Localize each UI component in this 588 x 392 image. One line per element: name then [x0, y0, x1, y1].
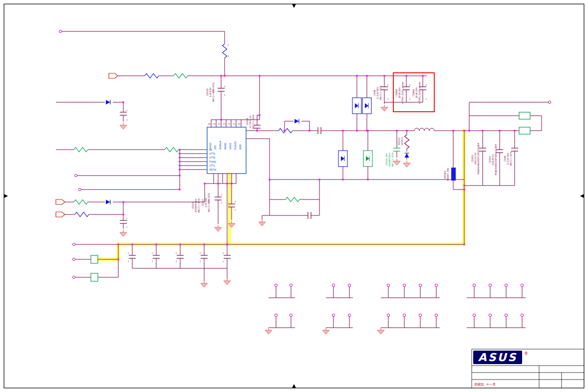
label-c8315-spec: MLCC+-10%	[198, 198, 200, 212]
pin-number: 1	[235, 208, 236, 211]
ic-pin-name: REFIN	[209, 169, 217, 171]
label-cs302-ref: CS302	[471, 155, 474, 162]
resistor-row1-blue	[145, 74, 159, 78]
terminal-low-left-2	[72, 258, 75, 260]
resistor-row2b-green	[165, 148, 179, 152]
pin-number: 2	[200, 252, 201, 254]
label-cs302-value: 150U/2.5V	[474, 152, 477, 165]
pin-number: 1	[126, 226, 128, 228]
label-c8310-value: 0068PF/50V	[388, 152, 391, 166]
diode-row3	[106, 200, 110, 204]
ic-pin-name: VTTS	[209, 153, 215, 155]
label-c8315-value: 4700PF/50V	[195, 198, 197, 212]
ic-pin-number: 26	[208, 123, 211, 125]
label-cs898-value: 10UF/25V	[398, 87, 401, 98]
frame-tick-right	[580, 194, 584, 198]
pin-number: 2	[176, 252, 177, 254]
label-cs899-ref: CS899	[412, 89, 415, 96]
label-c8315-ref: C8315	[192, 201, 194, 209]
pin-number: 1	[426, 98, 427, 100]
cap-series-output	[318, 127, 321, 134]
resistor-feedback-green	[286, 197, 299, 202]
frame-tick-left	[4, 194, 8, 198]
connector-arrow-3	[56, 212, 65, 217]
pin-number: 1	[176, 260, 177, 263]
label-jp8303-ref: JP8303	[444, 171, 446, 179]
ic-pin-name: PVIN2	[209, 161, 216, 163]
label-r8312-ref: R8312	[398, 137, 400, 145]
label-c8310-spec: MLCC+-10%	[391, 152, 394, 167]
resistor-row4-blue	[75, 212, 89, 217]
cap-bank-2	[153, 255, 160, 258]
label-c8317-ref: C8317	[202, 198, 204, 206]
ic-pin-name: SS	[209, 149, 212, 151]
mosfet-top-1	[352, 98, 361, 114]
label-cs899-spec: c7343_1210_siteas	[418, 81, 421, 104]
cap-bank-4	[201, 255, 208, 258]
schematic-canvas: GND2 TPO SHDN# AVDD GND1 PGND1 VDD 26 25…	[0, 0, 588, 392]
cap-c8318	[254, 125, 261, 128]
cap-c8319	[218, 88, 225, 91]
ground-symbols	[120, 105, 410, 334]
label-c846l-spec: MLCC+-10%	[379, 85, 382, 100]
ic-pin-name: VDD	[239, 144, 242, 150]
label-cs899-value: 10UF/25V	[415, 87, 418, 98]
label-cs898-ref: CS898	[395, 89, 398, 96]
registered-mark: ®	[524, 352, 528, 356]
pin-number: 2	[387, 84, 389, 86]
resistor-box-left-2	[91, 273, 98, 281]
frame-tick-bottom	[292, 384, 296, 388]
pin-number: 1	[200, 260, 201, 263]
pin-number: 2	[221, 194, 223, 196]
title-block: ASUS ® 星期五, 十一月	[472, 349, 584, 388]
pin-number: 1	[387, 98, 389, 100]
label-c846l-ref: C846	[373, 90, 376, 96]
label-c8317-value: 1UF/16V	[205, 197, 207, 207]
resistor-box-right-2	[519, 127, 530, 134]
ic-pin-name: VTT1	[209, 165, 215, 167]
resistor-row1-green	[174, 74, 188, 78]
cap-c8310	[393, 148, 400, 151]
cap-c846-right	[511, 148, 518, 151]
ic-pin-name: VTTR	[209, 157, 216, 159]
cap-series-feedback	[308, 212, 311, 219]
terminal-top-left	[59, 30, 61, 32]
label-jp8303-value: SHORT_PIN	[447, 168, 450, 181]
cap-bank-1	[129, 255, 136, 258]
resistor-top	[223, 44, 227, 58]
cap-bank-5	[224, 255, 231, 258]
ic-pin-number: 21	[233, 123, 236, 125]
ic-pin-name: PGND1	[234, 141, 237, 150]
ic-pin-number: 20	[238, 123, 241, 125]
pin-number: 2	[223, 252, 224, 254]
label-c846r-value: 0.1UF/25V	[507, 152, 509, 165]
pin-number: 2	[128, 252, 129, 254]
pin-number: 2	[126, 109, 128, 112]
terminal-mid-left-1	[74, 174, 77, 177]
label-c8319-spec: MLCC+NBN-20%	[212, 82, 215, 102]
label-cs301-ref: CS301	[489, 156, 491, 163]
pin-number: 1	[152, 260, 153, 263]
terminal-mid-left-2	[78, 188, 81, 191]
terminal-low-left-1	[72, 243, 75, 245]
ic-pin-name: GND1	[229, 143, 232, 150]
resistor-row2-green	[74, 148, 88, 152]
title-note: 星期五, 十一月	[474, 383, 496, 387]
connector-arrow-1	[109, 73, 118, 78]
ic-pin-name: SHDN#	[219, 141, 222, 150]
pin-number: 2	[224, 85, 226, 88]
yellow-highlight-trace	[99, 131, 464, 259]
label-cs302-spec: PANASONICEEFCD0D151ER	[477, 143, 480, 175]
ic-pin-number: 23	[223, 123, 226, 125]
mosfet-top-2	[362, 98, 371, 114]
inductor	[414, 128, 434, 131]
label-c846l-value: 0.1UF/50V	[376, 86, 379, 99]
pin-number: 1	[224, 94, 226, 96]
label-c8318-ref: C8318	[246, 118, 249, 125]
pin-number: 2	[126, 217, 128, 220]
frame-tick-top	[292, 4, 296, 8]
label-c8319-ref: C8319	[206, 88, 209, 96]
ic-pin-number: 24	[218, 123, 221, 125]
wire-nets	[56, 31, 548, 328]
ic-pin-name: TPO	[214, 145, 217, 150]
